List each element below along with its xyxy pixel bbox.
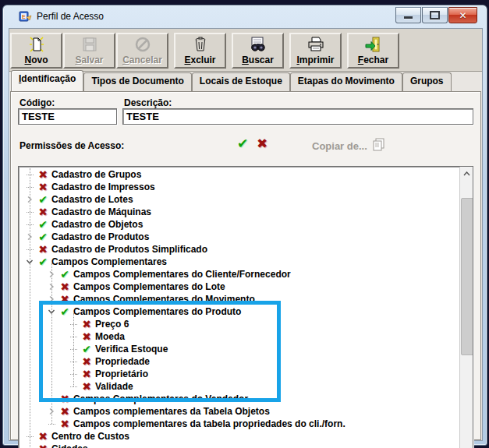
green-check-icon[interactable]: ✔ (36, 219, 50, 230)
chevron-right-icon[interactable] (45, 268, 58, 280)
tree-item-label[interactable]: Campos complementares da Tabela Objetos (72, 406, 270, 417)
tree-item[interactable]: ✔Cadastro de Lotes (19, 193, 459, 206)
tree-item-label[interactable]: Cadastro de Máquinas (50, 206, 151, 217)
green-check-icon[interactable]: ✔ (58, 306, 72, 317)
tree-item[interactable]: ✖Cidades (19, 443, 459, 448)
tree-item-label[interactable]: Cadastro de Grupos (50, 169, 141, 180)
scrollbar-thumb[interactable] (461, 198, 473, 355)
red-x-icon[interactable]: ✖ (80, 356, 94, 367)
tab-identifica-o[interactable]: Identificação (11, 70, 83, 91)
tree-item[interactable]: ✖Proprietário (19, 368, 459, 380)
tree-item-label[interactable]: Campos complementares da tabela propried… (72, 418, 345, 429)
tree-item-label[interactable]: Cadastro de Lotes (50, 194, 133, 205)
chevron-right-icon[interactable] (23, 193, 36, 206)
tree-item[interactable]: ✔Campos Complementares do Cliente/Fornec… (19, 268, 459, 280)
tree-item-label[interactable]: Moeda (94, 331, 125, 342)
buscar-button[interactable]: Buscar (232, 33, 284, 69)
excluir-button[interactable]: Excluir (174, 33, 226, 69)
copiar-de-button[interactable]: Copiar de... (312, 138, 386, 154)
tree-item[interactable]: ✔Cadastro de Objetos (19, 218, 459, 231)
tree-item[interactable]: ✖Cadastro de Produtos Simplificado (19, 243, 459, 256)
chevron-down-icon[interactable] (23, 256, 36, 268)
chevron-right-icon[interactable] (45, 293, 58, 305)
red-x-icon[interactable]: ✖ (36, 206, 50, 217)
red-x-icon[interactable]: ✖ (257, 137, 268, 150)
tree-item[interactable]: ✖Centro de Custos (19, 430, 459, 443)
novo-button[interactable]: Novo (10, 33, 62, 69)
title-bar[interactable]: E Perfil de Acesso ✕ (3, 5, 487, 26)
red-x-icon[interactable]: ✖ (80, 369, 94, 379)
tree-item[interactable]: ✖Campos Complementares do Vendedor (19, 393, 459, 405)
tab-tipos-de-documento[interactable]: Tipos de Documento (83, 72, 191, 91)
tree-item[interactable]: ✖Campos complementares da tabela proprie… (19, 418, 459, 430)
fechar-button[interactable]: Fechar (347, 33, 399, 69)
tree-item-label[interactable]: Preço 6 (94, 319, 129, 330)
vertical-scrollbar[interactable] (459, 167, 473, 448)
red-x-icon[interactable]: ✖ (80, 319, 94, 330)
permissions-tree[interactable]: ✖Cadastro de Grupos✖Cadastro de Impresso… (18, 166, 473, 448)
tree-item-label[interactable]: Validade (94, 381, 133, 392)
red-x-icon[interactable]: ✖ (80, 381, 94, 392)
tree-item[interactable]: ✖Validade (19, 380, 459, 393)
chevron-right-icon[interactable] (23, 231, 36, 243)
maximize-button[interactable] (422, 7, 448, 23)
tree-item-label[interactable]: Proprietário (94, 369, 148, 379)
green-check-icon[interactable]: ✔ (36, 194, 50, 205)
green-check-icon[interactable]: ✔ (237, 137, 248, 150)
tree-item[interactable]: ✔Verifica Estoque (19, 343, 459, 355)
tree-item-label[interactable]: Verifica Estoque (94, 344, 168, 355)
tree-item-label[interactable]: Campos Complementares do Lote (72, 281, 225, 292)
red-x-icon[interactable]: ✖ (36, 182, 50, 192)
red-x-icon[interactable]: ✖ (58, 418, 72, 429)
tree-item[interactable]: ✖Cadastro de Impressos (19, 181, 459, 193)
descricao-input[interactable]: TESTE (122, 108, 473, 125)
tab-etapas-do-movimento[interactable]: Etapas do Movimento (290, 72, 402, 91)
tree-item-label[interactable]: Campos Complementares (50, 256, 167, 267)
red-x-icon[interactable]: ✖ (36, 431, 50, 442)
imprimir-button[interactable]: Imprimir (289, 33, 342, 69)
tree-item-label[interactable]: Campos Complementares do Movimento (72, 294, 255, 305)
red-x-icon[interactable]: ✖ (58, 281, 72, 292)
codigo-input[interactable]: TESTE (18, 108, 117, 125)
red-x-icon[interactable]: ✖ (36, 443, 50, 448)
tree-item-label[interactable]: Cidades (50, 443, 88, 448)
red-x-icon[interactable]: ✖ (36, 169, 50, 180)
tree-item[interactable]: ✖Campos Complementares do Movimento (19, 293, 459, 305)
tree-item-label[interactable]: Campos Complementares do Vendedor (72, 393, 248, 404)
tree-item[interactable]: ✔Campos Complementares do Produto (19, 305, 459, 318)
green-check-icon[interactable]: ✔ (36, 256, 50, 267)
red-x-icon[interactable]: ✖ (58, 406, 72, 417)
red-x-icon[interactable]: ✖ (36, 244, 50, 255)
tree-item[interactable]: ✖Preço 6 (19, 318, 459, 330)
green-check-icon[interactable]: ✔ (36, 231, 50, 242)
red-x-icon[interactable]: ✖ (58, 393, 72, 404)
red-x-icon[interactable]: ✖ (58, 294, 72, 305)
green-check-icon[interactable]: ✔ (58, 269, 72, 280)
red-x-icon[interactable]: ✖ (80, 331, 94, 342)
tree-item[interactable]: ✖Cadastro de Grupos (19, 168, 459, 181)
chevron-right-icon[interactable] (45, 280, 58, 293)
tree-item-label[interactable]: Cadastro de Impressos (50, 182, 155, 192)
tree-item[interactable]: ✖Campos complementares da Tabela Objetos (19, 405, 459, 418)
tree-item[interactable]: ✔Campos Complementares (19, 256, 459, 268)
tree-item[interactable]: ✖Moeda (19, 330, 459, 343)
chevron-down-icon[interactable] (45, 305, 58, 318)
tab-locais-de-estoque[interactable]: Locais de Estoque (192, 72, 290, 91)
green-check-icon[interactable]: ✔ (80, 344, 94, 355)
tree-item[interactable]: ✔Cadastro de Produtos (19, 231, 459, 243)
close-button[interactable]: ✕ (448, 7, 477, 23)
minimize-button[interactable] (395, 7, 421, 23)
tree-item-label[interactable]: Centro de Custos (50, 431, 129, 442)
tree-item[interactable]: ✖Campos Complementares do Lote (19, 280, 459, 293)
tree-item-label[interactable]: Campos Complementares do Cliente/Fornece… (72, 269, 291, 280)
tree-item-label[interactable]: Cadastro de Produtos (50, 231, 149, 242)
tree-item[interactable]: ✖Propriedade (19, 355, 459, 368)
tree-item-label[interactable]: Campos Complementares do Produto (72, 306, 241, 317)
tree-item-label[interactable]: Propriedade (94, 356, 150, 367)
scroll-up-button[interactable] (460, 167, 473, 180)
chevron-right-icon[interactable] (45, 405, 58, 418)
tree-item-label[interactable]: Cadastro de Objetos (50, 219, 143, 230)
tree-item-label[interactable]: Cadastro de Produtos Simplificado (50, 244, 207, 255)
tree-item[interactable]: ✖Cadastro de Máquinas (19, 206, 459, 218)
tab-grupos[interactable]: Grupos (402, 72, 452, 91)
